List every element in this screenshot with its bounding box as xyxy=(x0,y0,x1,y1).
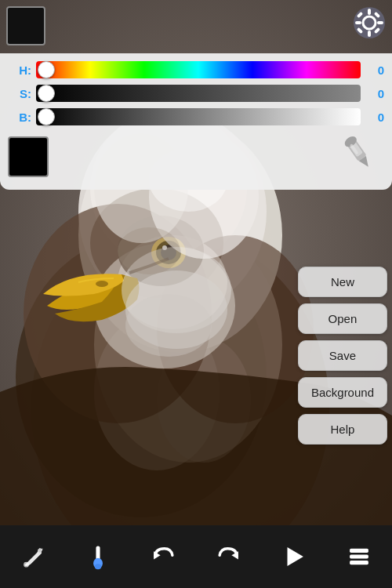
current-color-swatch[interactable] xyxy=(6,6,45,45)
svg-point-26 xyxy=(125,294,212,357)
settings-button[interactable] xyxy=(353,6,386,39)
saturation-label: S: xyxy=(8,87,31,100)
hue-row: H: 0 xyxy=(8,61,384,78)
svg-rect-50 xyxy=(350,554,368,558)
saturation-value: 0 xyxy=(365,87,384,100)
brightness-label: B: xyxy=(8,111,31,124)
hue-slider[interactable] xyxy=(36,61,361,78)
help-button[interactable]: Help xyxy=(298,414,387,445)
dropper-icon[interactable] xyxy=(340,132,378,182)
svg-point-45 xyxy=(95,564,102,569)
brightness-row: B: 0 xyxy=(8,108,384,125)
svg-rect-30 xyxy=(368,31,371,37)
svg-point-19 xyxy=(96,281,108,287)
svg-rect-51 xyxy=(350,561,368,564)
new-button[interactable]: New xyxy=(298,267,387,297)
svg-marker-48 xyxy=(287,547,303,566)
hue-label: H: xyxy=(8,64,31,77)
color-preview-row xyxy=(8,132,384,182)
hue-thumb[interactable] xyxy=(38,61,55,78)
saturation-row: S: 0 xyxy=(8,85,384,102)
saturation-thumb[interactable] xyxy=(38,85,55,102)
svg-rect-32 xyxy=(377,21,383,24)
hue-value: 0 xyxy=(365,64,384,77)
play-button[interactable] xyxy=(273,535,315,578)
svg-point-24 xyxy=(118,227,180,274)
svg-rect-31 xyxy=(355,21,361,24)
layers-button[interactable] xyxy=(338,535,380,578)
svg-rect-29 xyxy=(368,9,371,15)
brightness-value: 0 xyxy=(365,111,384,124)
redo-button[interactable] xyxy=(208,535,250,578)
saturation-slider[interactable] xyxy=(36,85,361,102)
color-preview-box xyxy=(8,136,49,177)
menu-buttons: New Open Save Background Help xyxy=(298,267,387,445)
brightness-slider[interactable] xyxy=(36,108,361,125)
background-button[interactable]: Background xyxy=(298,377,387,408)
brightness-thumb[interactable] xyxy=(38,108,55,125)
wrench-button[interactable] xyxy=(12,535,54,578)
brush-button[interactable] xyxy=(77,535,119,578)
save-button[interactable]: Save xyxy=(298,340,387,371)
undo-button[interactable] xyxy=(142,535,184,578)
svg-point-42 xyxy=(24,562,29,568)
bottom-toolbar xyxy=(0,525,392,588)
svg-rect-49 xyxy=(350,549,368,553)
open-button[interactable]: Open xyxy=(298,303,387,334)
color-picker-panel: H: 0 S: 0 B: 0 xyxy=(0,53,392,190)
